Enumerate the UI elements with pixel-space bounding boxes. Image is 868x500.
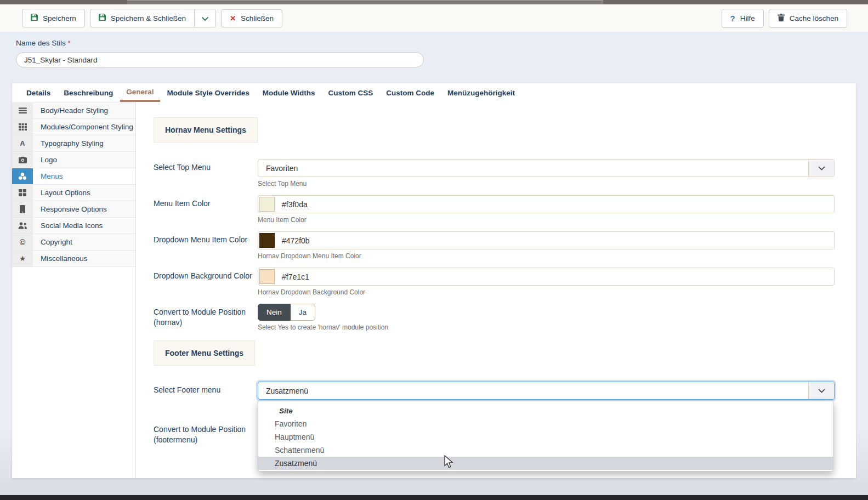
camera-icon [12,152,33,168]
sidebar-item-menus[interactable]: Menus [12,168,135,185]
sidebar-item-logo[interactable]: Logo [12,152,135,168]
required-marker: * [68,39,71,47]
tab-custom-css[interactable]: Custom CSS [322,83,379,102]
select-top-menu-dropdown[interactable]: Favoriten [258,159,835,177]
menus-cluster-icon [12,168,33,184]
chevron-down-icon [202,14,208,22]
tab-custom-code[interactable]: Custom Code [380,83,440,102]
dropdown-option-hauptmenue[interactable]: Hauptmenü [258,430,833,444]
dropdown-background-color-input[interactable]: #f7e1c1 [258,268,835,286]
sidebar-item-layout-options[interactable]: Layout Options [12,185,135,201]
footer-menu-settings-heading: Footer Menu Settings [154,340,255,366]
sidebar-item-label: Body/Header Styling [33,103,108,118]
dropdown-menu-item-color-label: Dropdown Menu Item Color [154,231,258,260]
menus-settings-form: Hornav Menu Settings Select Top Menu Fav… [136,102,856,478]
sidebar-item-label: Modules/Component Styling [33,119,133,135]
help-button-label: Hilfe [740,14,755,22]
select-footer-menu-value: Zusatzmenü [258,387,808,395]
color-swatch[interactable] [259,233,275,248]
sidebar-item-label: Typography Styling [33,135,104,151]
help-icon: ? [730,14,735,23]
browser-chrome-inset [127,1,603,4]
star-icon: ★ [12,251,33,266]
dropdown-menu-item-color-description: Hornav Dropdown Menu Item Color [258,252,835,260]
save-and-close-button[interactable]: Speichern & Schließen [90,9,195,27]
footer-menu-options-list: Site Favoriten Hauptmenü Schattenmenü Zu… [258,401,833,471]
mouse-cursor [444,455,454,471]
dropdown-option-schattenmenue[interactable]: Schattenmenü [258,444,833,457]
sidebar-item-typography-styling[interactable]: A Typography Styling [12,135,135,152]
sidebar-item-label: Menus [33,168,63,184]
select-top-menu-value: Favoriten [258,164,808,173]
settings-sidebar: Body/Header Styling Modules/Component St… [12,102,136,478]
toolbar: Speichern Speichern & Schließen ✕ Schlie… [0,4,868,32]
sidebar-item-modules-component-styling[interactable]: Modules/Component Styling [12,119,135,135]
dropdown-background-color-row: Dropdown Background Color #f7e1c1 Hornav… [154,268,856,296]
convert-hornav-description: Select Yes to create 'hornav' module pos… [258,323,835,331]
browser-chrome-strip [0,0,868,4]
color-swatch[interactable] [259,197,275,212]
style-name-input[interactable] [16,52,424,67]
sidebar-item-label: Responsive Options [33,201,107,217]
style-name-section: Name des Stils * [0,32,868,67]
toggle-option-ja[interactable]: Ja [291,304,315,321]
dropdown-menu-item-color-input[interactable]: #472f0b [258,231,835,249]
close-button-label: Schließen [241,14,274,22]
save-close-split-button: Speichern & Schließen [90,9,216,27]
sidebar-item-copyright[interactable]: © Copyright [12,234,135,251]
sidebar-item-label: Layout Options [33,185,90,201]
sidebar-item-responsive-options[interactable]: Responsive Options [12,201,135,218]
save-options-dropdown-toggle[interactable] [194,9,216,27]
tab-module-style-overrides[interactable]: Module Style Overrides [161,83,256,102]
menu-item-color-description: Menu Item Color [258,216,835,224]
sidebar-item-body-header-styling[interactable]: Body/Header Styling [12,103,135,119]
tab-details[interactable]: Details [20,83,56,102]
typography-icon: A [12,135,33,151]
color-swatch[interactable] [259,269,275,284]
save-button[interactable]: Speichern [22,9,85,27]
select-top-menu-label: Select Top Menu [154,159,258,188]
dropdown-option-favoriten[interactable]: Favoriten [258,417,833,430]
clear-cache-button[interactable]: Cache löschen [769,9,847,28]
dropdown-menu-item-color-row: Dropdown Menu Item Color #472f0b Hornav … [154,231,856,260]
chevron-down-icon [808,160,834,177]
dropdown-menu-item-color-value: #472f0b [275,236,310,245]
tab-module-widths[interactable]: Module Widths [257,83,321,102]
sidebar-item-label: Social Media Icons [33,218,103,234]
style-name-label: Name des Stils * [16,39,868,47]
menu-item-color-row: Menu Item Color #f3f0da Menu Item Color [154,195,856,224]
save-and-close-label: Speichern & Schließen [111,14,186,22]
save-button-label: Speichern [43,14,76,22]
toggle-option-nein[interactable]: Nein [258,304,291,321]
clear-cache-label: Cache löschen [790,14,838,22]
hornav-menu-settings-heading: Hornav Menu Settings [154,117,258,143]
select-footer-menu-dropdown[interactable]: Zusatzmenü [258,382,835,400]
tab-menuezugehoerigkeit[interactable]: Menüzugehörigkeit [441,83,521,102]
toolbar-right-group: ? Hilfe Cache löschen [722,9,848,28]
bars-icon [12,103,33,118]
copyright-icon: © [12,234,33,250]
convert-hornav-row: Convert to Module Position (hornav) Nein… [154,304,856,331]
menu-item-color-input[interactable]: #f3f0da [258,195,835,213]
chevron-down-icon [808,382,834,399]
sidebar-item-miscellaneous[interactable]: ★ Miscellaneous [12,251,135,267]
tab-general[interactable]: General [120,83,160,102]
select-top-menu-row: Select Top Menu Favoriten Select Top Men… [154,159,856,188]
panel-body: Body/Header Styling Modules/Component St… [12,102,856,478]
template-style-edit-page: Speichern Speichern & Schließen ✕ Schlie… [0,0,868,500]
close-button[interactable]: ✕ Schließen [221,9,282,27]
sidebar-item-label: Logo [33,152,57,168]
convert-hornav-label: Convert to Module Position (hornav) [154,304,258,331]
sidebar-item-label: Miscellaneous [33,251,88,266]
tab-beschreibung[interactable]: Beschreibung [58,83,119,102]
menu-item-color-value: #f3f0da [275,200,308,209]
users-icon [12,218,33,234]
select-footer-menu-row: Select Footer menu Zusatzmenü Site Favor… [154,382,856,400]
dropdown-background-color-description: Hornav Dropdown Background Color [258,288,835,296]
bottom-bar [0,495,868,500]
sidebar-item-social-media-icons[interactable]: Social Media Icons [12,218,135,234]
dropdown-option-zusatzmenue[interactable]: Zusatzmenü [258,457,833,470]
toolbar-left-group: Speichern Speichern & Schließen ✕ Schlie… [22,9,282,27]
help-button[interactable]: ? Hilfe [722,9,764,28]
grid-2x2-icon [12,185,33,201]
